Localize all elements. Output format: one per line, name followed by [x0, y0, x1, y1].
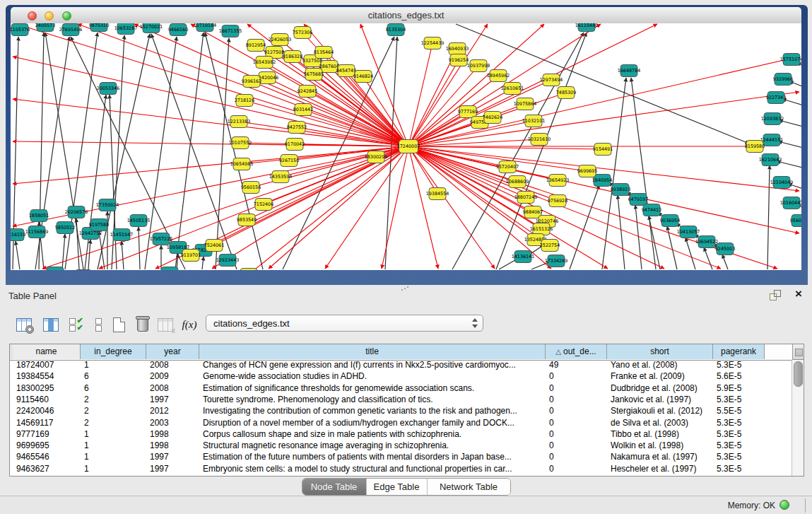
scrollbar-thumb[interactable]	[794, 361, 803, 387]
cell-in-degree[interactable]: 6	[81, 383, 146, 395]
cell-in-degree[interactable]: 1	[81, 360, 146, 371]
cell-out-de-[interactable]: 0	[546, 429, 607, 440]
show-columns-icon[interactable]	[41, 314, 61, 335]
cell-in-degree[interactable]: 2	[81, 418, 146, 429]
cell-year[interactable]: 2012	[146, 406, 199, 417]
graph-node[interactable]: 10975864	[514, 98, 537, 110]
cell-year[interactable]: 1997	[146, 464, 199, 475]
graph-node[interactable]: 9316159	[11, 229, 25, 241]
column-options-button[interactable]	[792, 344, 804, 360]
table-row[interactable]: 969969511998Structural magnetic resonanc…	[13, 440, 792, 452]
cell-name[interactable]: 18300295	[13, 383, 81, 395]
cell-year[interactable]: 2008	[146, 383, 199, 395]
graph-node[interactable]: 8135464	[314, 47, 334, 59]
table-row[interactable]: 911546021997Tourette syndrome. Phenomeno…	[13, 395, 792, 406]
cell-short[interactable]: de Silva et al. (2003)	[607, 418, 713, 429]
cell-in-degree[interactable]: 1	[81, 440, 146, 452]
cell-title[interactable]: Corpus callosum shape and size in male p…	[199, 429, 546, 440]
window-titlebar[interactable]: citations_edges.txt	[11, 7, 801, 24]
cell-name[interactable]: 18724007	[13, 360, 81, 371]
cell-short[interactable]: Stergiakouli et al. (2012)	[607, 406, 713, 417]
column-header-name[interactable]: name	[13, 344, 81, 359]
graph-node[interactable]: 17334269	[545, 255, 568, 267]
graph-node[interactable]: 15270021	[140, 23, 163, 33]
graph-node[interactable]: 9875310	[89, 23, 109, 32]
graph-node[interactable]: 9242845	[298, 86, 317, 98]
cell-out-de-[interactable]: 0	[546, 452, 607, 463]
graph-node[interactable]: 8031442	[293, 104, 313, 116]
graph-node[interactable]: 10719184	[194, 23, 217, 32]
graph-node[interactable]: 9119701	[181, 250, 201, 262]
tab-network-table[interactable]: Network Table	[428, 479, 510, 495]
cell-pagerank[interactable]: 5.3E-5	[713, 395, 765, 406]
cell-short[interactable]: Dudbridge et al. (2008)	[607, 383, 713, 395]
graph-node[interactable]: 9560156	[241, 182, 261, 194]
graph-node[interactable]: 2522754	[540, 240, 560, 252]
cell-in-degree[interactable]: 6	[81, 371, 146, 382]
graph-node[interactable]: 11032101	[522, 115, 546, 127]
table-row[interactable]: 946362711997Embryonic stem cells: a mode…	[13, 464, 792, 475]
graph-node[interactable]: 11156869	[25, 226, 49, 238]
cell-out-de-[interactable]: 49	[546, 360, 607, 371]
cell-short[interactable]: Wolkin et al. (1998)	[607, 440, 713, 452]
cell-out-de-[interactable]: 0	[546, 464, 607, 475]
cell-name[interactable]: 19384554	[13, 371, 81, 382]
cell-pagerank[interactable]: 5.3E-5	[713, 440, 765, 452]
delete-table-icon[interactable]: x	[155, 314, 175, 335]
float-panel-icon[interactable]	[770, 290, 781, 300]
graph-node[interactable]: 16648784	[618, 65, 641, 77]
cell-title[interactable]: Tourette syndrome. Phenomenology and cla…	[199, 395, 546, 406]
create-column-icon[interactable]	[109, 314, 129, 335]
cell-year[interactable]: 2003	[146, 418, 199, 429]
graph-node[interactable]: 7462624	[483, 112, 502, 124]
graph-node[interactable]: 16151326	[530, 223, 553, 235]
graph-node[interactable]: 16115480	[575, 23, 599, 32]
cell-in-degree[interactable]: 1	[81, 429, 146, 440]
cell-name[interactable]: 9115460	[13, 395, 81, 406]
cell-short[interactable]: Yano et al. (2008)	[607, 360, 713, 371]
cell-title[interactable]: Disruption of a novel member of a sodium…	[199, 418, 546, 429]
graph-node[interactable]: 22426053	[269, 34, 292, 46]
delete-column-icon[interactable]	[133, 314, 153, 335]
tab-edge-table[interactable]: Edge Table	[367, 479, 428, 495]
graph-node[interactable]: 14136141	[512, 251, 535, 263]
network-view-canvas[interactable]: 1105376240557327691406987531010653287152…	[11, 23, 801, 270]
cell-out-de-[interactable]: 0	[546, 371, 607, 382]
table-mode-icon[interactable]	[14, 314, 34, 335]
table-row[interactable]: 946554611997Estimation of the future num…	[13, 452, 792, 463]
graph-node[interactable]: 16940933	[446, 43, 469, 55]
cell-pagerank[interactable]: 5.3E-5	[713, 429, 765, 440]
graph-node[interactable]: 12610651	[501, 83, 524, 95]
table-row[interactable]: 1938455462009Genome-wide association stu…	[13, 371, 792, 382]
graph-node[interactable]: 8159580	[745, 141, 765, 153]
cell-in-degree[interactable]: 2	[81, 406, 146, 417]
cell-title[interactable]: Embryonic stem cells: a model to study s…	[199, 464, 546, 475]
graph-node[interactable]: 17359924	[96, 199, 119, 211]
cell-year[interactable]: 2009	[146, 371, 199, 382]
vertical-scrollbar[interactable]	[792, 360, 804, 476]
tab-node-table[interactable]: Node Table	[302, 479, 367, 495]
cell-name[interactable]: 14569117	[13, 418, 81, 429]
graph-hub-node[interactable]: 17240007	[397, 140, 420, 153]
cell-title[interactable]: Structural magnetic resonance image aver…	[199, 440, 546, 452]
graph-node[interactable]: 9777169	[458, 106, 478, 118]
graph-node[interactable]: 16671355	[219, 25, 242, 37]
graph-node[interactable]: 9196254	[449, 54, 469, 66]
graph-node[interactable]: 15720407	[496, 161, 519, 173]
cell-name[interactable]: 22420046	[13, 406, 81, 417]
graph-node[interactable]: 14353594	[269, 171, 293, 183]
cell-name[interactable]: 9463627	[13, 464, 81, 475]
cell-year[interactable]: 1997	[146, 452, 199, 463]
column-header-in-degree[interactable]: in_degree	[81, 344, 146, 359]
cell-short[interactable]: Jankovic et al. (1997)	[607, 395, 713, 406]
graph-node[interactable]: 9560556	[790, 215, 801, 227]
graph-node[interactable]: 10160447	[780, 197, 801, 209]
graph-node[interactable]: 9853549	[237, 214, 257, 226]
graph-node[interactable]: 10688609	[506, 176, 529, 188]
graph-node[interactable]: 12254439	[421, 37, 445, 49]
graph-node[interactable]: 18300295	[365, 151, 388, 163]
cell-out-de-[interactable]: 0	[546, 395, 607, 406]
graph-node[interactable]: 7914560	[73, 270, 93, 271]
function-builder-icon[interactable]: f(x)	[180, 314, 199, 335]
citation-network-graph[interactable]: 1105376240557327691406987531010653287152…	[11, 23, 801, 270]
